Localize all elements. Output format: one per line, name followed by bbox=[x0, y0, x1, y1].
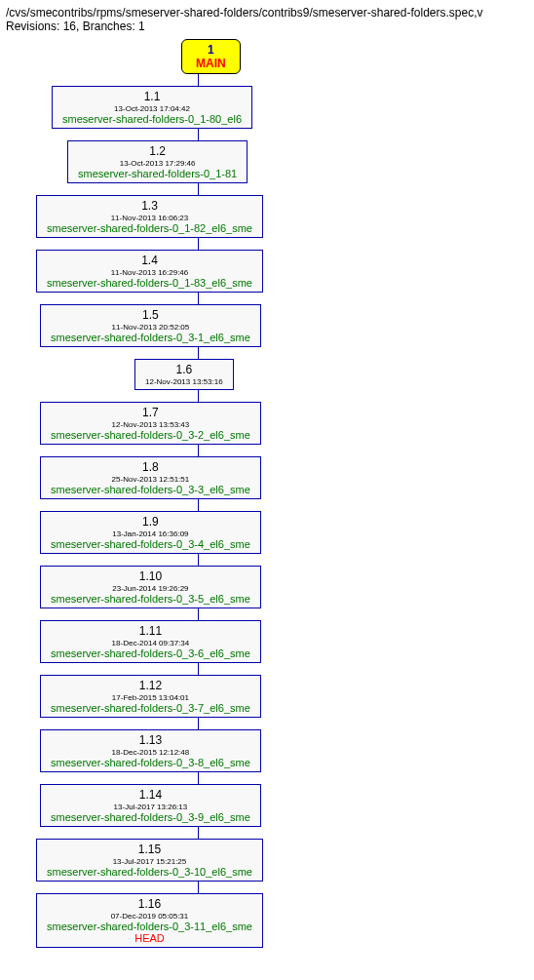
revision-number: 1.2 bbox=[78, 144, 237, 158]
revision-tag: smeserver-shared-folders-0_3-4_el6_sme bbox=[51, 538, 250, 550]
revision-tag: smeserver-shared-folders-0_3-7_el6_sme bbox=[51, 702, 250, 714]
revision-node[interactable]: 1.612-Nov-2013 13:53:16 bbox=[134, 359, 234, 390]
revision-number: 1.12 bbox=[51, 679, 250, 692]
revision-tag: smeserver-shared-folders-0_1-81 bbox=[78, 168, 237, 179]
revision-tree: 1.113-Oct-2013 17:04:42smeserver-shared-… bbox=[6, 74, 528, 948]
revision-number: 1.15 bbox=[47, 843, 252, 856]
revision-node[interactable]: 1.511-Nov-2013 20:52:05smeserver-shared-… bbox=[40, 304, 261, 347]
revision-number: 1.10 bbox=[51, 569, 250, 583]
revision-timestamp: 18-Dec-2014 09:37:34 bbox=[51, 639, 250, 647]
revision-timestamp: 18-Dec-2015 12:12:48 bbox=[51, 748, 250, 757]
revision-tag: smeserver-shared-folders-0_3-6_el6_sme bbox=[51, 647, 250, 659]
revision-node[interactable]: 1.1118-Dec-2014 09:37:34smeserver-shared… bbox=[40, 620, 261, 663]
revision-number: 1.8 bbox=[51, 460, 250, 474]
revision-timestamp: 11-Nov-2013 16:29:46 bbox=[47, 268, 252, 277]
revision-node[interactable]: 1.1413-Jul-2017 13:26:13smeserver-shared… bbox=[40, 784, 261, 827]
revision-timestamp: 11-Nov-2013 20:52:05 bbox=[51, 323, 250, 332]
revision-node[interactable]: 1.113-Oct-2013 17:04:42smeserver-shared-… bbox=[52, 86, 252, 129]
revision-timestamp: 13-Oct-2013 17:29:46 bbox=[78, 159, 237, 168]
revision-timestamp: 17-Feb-2015 13:04:01 bbox=[51, 693, 250, 702]
revision-number: 1.14 bbox=[51, 788, 250, 802]
root-branch-name: MAIN bbox=[196, 57, 226, 70]
revision-number: 1.16 bbox=[47, 897, 252, 911]
revision-tag: smeserver-shared-folders-0_3-2_el6_sme bbox=[51, 429, 250, 441]
revision-tag: smeserver-shared-folders-0_3-1_el6_sme bbox=[51, 332, 250, 343]
revision-node[interactable]: 1.1217-Feb-2015 13:04:01smeserver-shared… bbox=[40, 675, 261, 718]
revision-tag: smeserver-shared-folders-0_3-8_el6_sme bbox=[51, 757, 250, 768]
revision-tag: smeserver-shared-folders-0_3-3_el6_sme bbox=[51, 484, 250, 495]
revision-node[interactable]: 1.411-Nov-2013 16:29:46smeserver-shared-… bbox=[36, 250, 263, 293]
revision-timestamp: 07-Dec-2019 05:05:31 bbox=[47, 912, 252, 921]
revision-head: HEAD bbox=[47, 932, 252, 944]
revision-summary: Revisions: 16, Branches: 1 bbox=[6, 20, 528, 33]
revision-node[interactable]: 1.712-Nov-2013 13:53:43smeserver-shared-… bbox=[40, 402, 261, 445]
revision-node[interactable]: 1.213-Oct-2013 17:29:46smeserver-shared-… bbox=[67, 140, 248, 183]
revision-timestamp: 13-Jul-2017 13:26:13 bbox=[51, 803, 250, 811]
revision-node[interactable]: 1.1318-Dec-2015 12:12:48smeserver-shared… bbox=[40, 729, 261, 772]
revision-tag: smeserver-shared-folders-0_3-11_el6_sme bbox=[47, 921, 252, 932]
revision-tag: smeserver-shared-folders-0_3-5_el6_sme bbox=[51, 593, 250, 605]
revision-number: 1.5 bbox=[51, 308, 250, 322]
revision-number: 1.11 bbox=[51, 624, 250, 638]
revision-timestamp: 12-Nov-2013 13:53:43 bbox=[51, 420, 250, 429]
revision-number: 1.7 bbox=[51, 406, 250, 419]
revision-timestamp: 13-Oct-2013 17:04:42 bbox=[62, 104, 242, 113]
revision-number: 1.4 bbox=[47, 254, 252, 267]
revision-tag: smeserver-shared-folders-0_1-80_el6 bbox=[62, 113, 242, 125]
file-path: /cvs/smecontribs/rpms/smeserver-shared-f… bbox=[6, 6, 528, 20]
revision-timestamp: 11-Nov-2013 16:06:23 bbox=[47, 214, 252, 222]
revision-number: 1.6 bbox=[145, 363, 223, 376]
revision-timestamp: 12-Nov-2013 13:53:16 bbox=[145, 377, 223, 386]
root-number: 1 bbox=[196, 43, 226, 57]
revision-timestamp: 25-Nov-2013 12:51:51 bbox=[51, 475, 250, 484]
revision-tag: smeserver-shared-folders-0_3-9_el6_sme bbox=[51, 811, 250, 823]
revision-node[interactable]: 1.1513-Jul-2017 15:21:25smeserver-shared… bbox=[36, 839, 263, 882]
revision-node[interactable]: 1.913-Jan-2014 16:36:09smeserver-shared-… bbox=[40, 511, 261, 554]
revision-timestamp: 23-Jun-2014 19:26:29 bbox=[51, 584, 250, 593]
revision-node[interactable]: 1.311-Nov-2013 16:06:23smeserver-shared-… bbox=[36, 195, 263, 238]
revision-node[interactable]: 1.1023-Jun-2014 19:26:29smeserver-shared… bbox=[40, 566, 261, 608]
revision-number: 1.13 bbox=[51, 733, 250, 747]
revision-node[interactable]: 1.1607-Dec-2019 05:05:31smeserver-shared… bbox=[36, 893, 263, 948]
revision-node[interactable]: 1.825-Nov-2013 12:51:51smeserver-shared-… bbox=[40, 456, 261, 499]
revision-number: 1.9 bbox=[51, 515, 250, 529]
revision-tag: smeserver-shared-folders-0_1-83_el6_sme bbox=[47, 277, 252, 289]
revision-number: 1.1 bbox=[62, 90, 242, 103]
branch-root: 1 MAIN bbox=[181, 39, 528, 74]
revision-tag: smeserver-shared-folders-0_1-82_el6_sme bbox=[47, 222, 252, 234]
revision-timestamp: 13-Jan-2014 16:36:09 bbox=[51, 529, 250, 538]
revision-tag: smeserver-shared-folders-0_3-10_el6_sme bbox=[47, 866, 252, 878]
revision-number: 1.3 bbox=[47, 199, 252, 213]
revision-timestamp: 13-Jul-2017 15:21:25 bbox=[47, 857, 252, 866]
